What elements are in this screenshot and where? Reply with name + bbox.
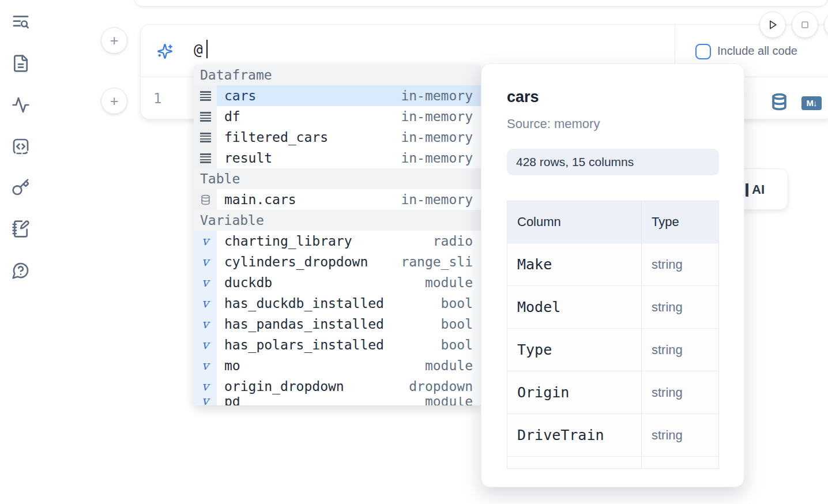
ai-prompt-input[interactable]: @ (194, 41, 203, 58)
schema-table-row: Make string (507, 243, 718, 286)
ai-sparkles-icon (157, 43, 173, 59)
variable-icon: v (202, 360, 209, 372)
preview-source: Source: memory (507, 116, 600, 131)
schema-table-row: Model string (507, 286, 718, 329)
generate-ai-label: AI (752, 182, 765, 197)
schema-table-row: Origin string (507, 371, 718, 414)
run-cell-button[interactable] (759, 12, 786, 38)
autocomplete-item-type: in-memory (401, 151, 473, 166)
variable-icon: v (202, 339, 209, 351)
autocomplete-item-name: origin_dropdown (224, 379, 344, 394)
autocomplete-item-type: dropdown (409, 379, 473, 394)
autocomplete-item-type: module (425, 275, 473, 290)
dataframe-rows-icon (200, 153, 211, 163)
help-chat-icon[interactable] (12, 261, 30, 280)
search-list-icon[interactable] (12, 13, 30, 31)
autocomplete-item-name: df (224, 109, 240, 124)
add-cell-below-button[interactable]: + (101, 88, 127, 114)
variable-icon: v (202, 277, 209, 289)
scratchpad-icon[interactable] (12, 220, 30, 238)
autocomplete-item-type: in-memory (401, 192, 473, 207)
column-name: Origin (517, 384, 569, 401)
autocomplete-item[interactable]: v has_polars_installed bool (194, 334, 481, 355)
column-type: string (652, 257, 683, 272)
play-icon (767, 19, 778, 31)
autocomplete-section-header: Dataframe (194, 65, 481, 85)
schema-table: Column Type Make string Model string Typ… (507, 201, 719, 469)
autocomplete-item-name: result (224, 151, 272, 166)
autocomplete-item[interactable]: df in-memory (194, 106, 481, 127)
stop-icon (799, 19, 811, 31)
autocomplete-item[interactable]: v mo module (194, 355, 481, 376)
line-number: 1 (153, 91, 161, 107)
add-cell-above-button[interactable]: + (101, 27, 127, 54)
autocomplete-item-name: mo (224, 358, 240, 373)
autocomplete-item-type: bool (441, 317, 473, 332)
autocomplete-item[interactable]: filtered_cars in-memory (194, 127, 481, 148)
variable-icon: v (202, 318, 209, 330)
column-type: string (652, 343, 683, 358)
dataframe-rows-icon (200, 91, 211, 101)
autocomplete-item-type: range_sli (401, 254, 473, 269)
autocomplete-item[interactable]: v duckdb module (194, 272, 481, 293)
plus-icon: + (110, 93, 118, 108)
autocomplete-item-name: filtered_cars (224, 130, 328, 145)
autocomplete-item[interactable]: v charting_library radio (194, 231, 481, 251)
clipped-letter (746, 183, 748, 197)
autocomplete-item-type: module (425, 397, 473, 405)
left-sidebar (0, 0, 42, 504)
include-all-code-checkbox[interactable] (695, 44, 711, 59)
variable-icon: v (202, 298, 209, 310)
autocomplete-item[interactable]: main.cars in-memory (194, 189, 481, 210)
autocomplete-item-name: charting_library (224, 234, 352, 249)
autocomplete-item-name: has_pandas_installed (224, 317, 384, 332)
previous-cell-bottom (134, 0, 828, 7)
autocomplete-item-name: has_polars_installed (224, 337, 384, 352)
schema-table-row: Type string (507, 329, 718, 371)
schema-table-row: DriveTrain string (507, 414, 718, 457)
preview-title: cars (507, 88, 539, 106)
autocomplete-section-header: Variable (194, 210, 481, 231)
column-type: string (652, 300, 683, 315)
schema-table-header: Column Type (507, 201, 718, 243)
snippets-icon[interactable] (12, 137, 30, 156)
autocomplete-item[interactable]: result in-memory (194, 148, 481, 168)
dataframe-preview-panel: cars Source: memory 428 rows, 15 columns… (481, 63, 744, 487)
database-icon[interactable] (770, 93, 788, 111)
activity-icon[interactable] (12, 96, 30, 114)
variable-icon: v (202, 256, 209, 268)
dataframe-rows-icon (200, 133, 211, 142)
autocomplete-item-type: module (425, 358, 473, 373)
variable-icon: v (202, 381, 209, 393)
type-header: Type (642, 201, 718, 243)
file-text-icon[interactable] (12, 54, 30, 73)
autocomplete-item-type: bool (441, 337, 473, 352)
autocomplete-item[interactable]: v has_duckdb_installed bool (194, 293, 481, 314)
key-icon[interactable] (12, 178, 30, 197)
table-database-icon (200, 194, 211, 205)
autocomplete-item[interactable]: v has_pandas_installed bool (194, 314, 481, 334)
include-all-code-label: Include all code (717, 44, 797, 58)
text-caret (206, 40, 208, 58)
autocomplete-item[interactable]: v cylinders_dropdown range_sli (194, 251, 481, 272)
column-name: DriveTrain (517, 427, 604, 443)
stop-cell-button[interactable] (792, 12, 818, 38)
autocomplete-item-type: radio (433, 234, 473, 249)
autocomplete-item[interactable]: v origin_dropdown dropdown (194, 376, 481, 397)
schema-table-body: Make string Model string Type string Ori… (507, 243, 718, 469)
autocomplete-item-name: cylinders_dropdown (224, 254, 368, 269)
autocomplete-dropdown[interactable]: Dataframe cars in-memory df in-memory (194, 65, 481, 405)
column-type: string (652, 428, 683, 443)
autocomplete-item[interactable]: v pd module (194, 397, 481, 405)
autocomplete-item-type: in-memory (401, 109, 473, 124)
schema-table-row (507, 457, 718, 469)
column-name: Make (517, 256, 552, 273)
autocomplete-item-type: in-memory (401, 88, 473, 103)
shape-badge: 428 rows, 15 columns (507, 149, 719, 175)
autocomplete-item-name: main.cars (224, 192, 296, 207)
autocomplete-item-type: bool (441, 296, 473, 311)
column-name: Type (517, 341, 552, 358)
markdown-icon[interactable]: M↓ (801, 96, 822, 110)
autocomplete-item[interactable]: cars in-memory (194, 85, 481, 106)
autocomplete-section-header: Table (194, 168, 481, 189)
